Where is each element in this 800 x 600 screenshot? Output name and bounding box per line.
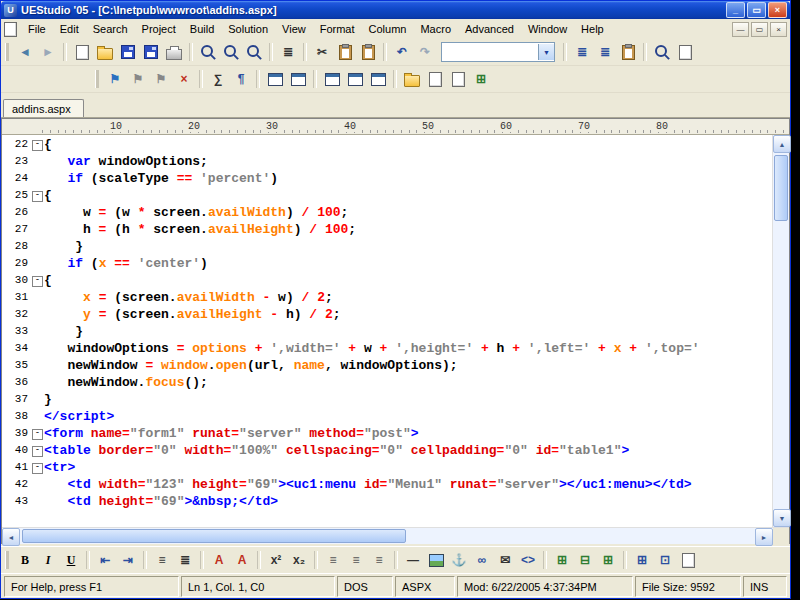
close-button[interactable]: × xyxy=(768,2,787,18)
hyperlink-icon[interactable]: ∞ xyxy=(471,550,493,570)
scroll-up-button[interactable]: ▲ xyxy=(773,135,791,153)
find-symbol-icon[interactable] xyxy=(651,42,673,62)
save-file-icon[interactable] xyxy=(117,42,139,62)
toolbar-grip[interactable] xyxy=(95,70,99,88)
image-icon[interactable] xyxy=(425,550,447,570)
new-file-icon[interactable] xyxy=(71,42,93,62)
fold-marker[interactable]: - xyxy=(30,187,44,204)
anchor-icon[interactable]: ⚓ xyxy=(448,550,470,570)
back-icon[interactable]: ◄ xyxy=(14,42,36,62)
fold-collapse-icon[interactable]: - xyxy=(32,276,43,287)
mdi-minimize-button[interactable]: — xyxy=(732,22,749,37)
code-line-40[interactable]: 40-<table border="0" width="100%" cellsp… xyxy=(2,442,772,459)
cut-icon[interactable]: ✂ xyxy=(311,42,333,62)
menu-item-window[interactable]: Window xyxy=(521,21,574,37)
duplicate-window-icon[interactable] xyxy=(287,69,309,89)
fold-collapse-icon[interactable]: - xyxy=(32,463,43,474)
bulleted-list-icon[interactable]: ≡ xyxy=(151,550,173,570)
fold-marker[interactable]: - xyxy=(30,136,44,153)
code-line-26[interactable]: 26 w = (w * screen.availWidth) / 100; xyxy=(2,204,772,221)
replace-icon[interactable] xyxy=(220,42,242,62)
code-line-35[interactable]: 35 newWindow = window.open(url, name, wi… xyxy=(2,357,772,374)
code-line-25[interactable]: 25-{ xyxy=(2,187,772,204)
code-line-32[interactable]: 32 y = (screen.availHeight - h) / 2; xyxy=(2,306,772,323)
menu-item-edit[interactable]: Edit xyxy=(53,21,86,37)
align-center-icon[interactable]: ≡ xyxy=(345,550,367,570)
show-table-borders-icon[interactable]: ⊞ xyxy=(631,550,653,570)
menu-item-column[interactable]: Column xyxy=(362,21,414,37)
email-link-icon[interactable]: ✉ xyxy=(494,550,516,570)
tile-vertical-icon[interactable] xyxy=(344,69,366,89)
code-line-43[interactable]: 43 <td height="69">&nbsp;</td> xyxy=(2,493,772,510)
tag-list-icon[interactable]: ≣ xyxy=(594,42,616,62)
function-list-combo[interactable]: ▼ xyxy=(441,42,555,62)
insert-table-icon[interactable]: ⊞ xyxy=(551,550,573,570)
menu-item-file[interactable]: File xyxy=(21,21,53,37)
fold-marker[interactable]: - xyxy=(30,425,44,442)
page-properties-icon[interactable] xyxy=(677,550,699,570)
code-line-24[interactable]: 24 if (scaleType == 'percent') xyxy=(2,170,772,187)
code-line-31[interactable]: 31 x = (screen.availWidth - w) / 2; xyxy=(2,289,772,306)
resource-editor-icon[interactable] xyxy=(447,69,469,89)
vertical-scroll-thumb[interactable] xyxy=(774,155,788,221)
toolbar-grip[interactable] xyxy=(5,551,9,569)
code-line-36[interactable]: 36 newWindow.focus(); xyxy=(2,374,772,391)
underline-icon[interactable]: U xyxy=(60,550,82,570)
tab-addins-aspx[interactable]: addins.aspx xyxy=(3,99,84,117)
code-line-41[interactable]: 41-<tr> xyxy=(2,459,772,476)
clipboard-history-icon[interactable] xyxy=(617,42,639,62)
numbered-list-icon[interactable]: ≣ xyxy=(174,550,196,570)
horizontal-scroll-track[interactable] xyxy=(20,528,755,544)
forward-icon[interactable]: ► xyxy=(37,42,59,62)
menu-item-view[interactable]: View xyxy=(275,21,313,37)
code-line-37[interactable]: 37} xyxy=(2,391,772,408)
sum-icon[interactable]: ∑ xyxy=(207,69,229,89)
tag-insert-icon[interactable]: ⊞ xyxy=(470,69,492,89)
menu-item-help[interactable]: Help xyxy=(574,21,611,37)
code-line-42[interactable]: 42 <td width="123" height="69"><uc1:menu… xyxy=(2,476,772,493)
combo-dropdown-icon[interactable]: ▼ xyxy=(538,44,554,60)
undo-icon[interactable]: ↶ xyxy=(391,42,413,62)
code-line-33[interactable]: 33 } xyxy=(2,323,772,340)
find-in-files-icon[interactable] xyxy=(243,42,265,62)
menu-item-advanced[interactable]: Advanced xyxy=(458,21,521,37)
menu-item-format[interactable]: Format xyxy=(313,21,362,37)
save-all-icon[interactable] xyxy=(140,42,162,62)
scroll-down-button[interactable]: ▼ xyxy=(773,509,791,527)
insert-row-icon[interactable]: ⊟ xyxy=(574,550,596,570)
italic-icon[interactable]: I xyxy=(37,550,59,570)
previous-bookmark-icon[interactable]: ⚑ xyxy=(150,69,172,89)
vertical-scrollbar[interactable]: ▲ ▼ xyxy=(772,135,789,527)
menu-item-search[interactable]: Search xyxy=(86,21,135,37)
code-line-23[interactable]: 23 var windowOptions; xyxy=(2,153,772,170)
redo-icon[interactable]: ↷ xyxy=(414,42,436,62)
fold-marker[interactable]: - xyxy=(30,442,44,459)
code-line-34[interactable]: 34 windowOptions = options + ',width=' +… xyxy=(2,340,772,357)
maximize-button[interactable]: ▭ xyxy=(747,2,766,18)
fold-marker[interactable]: - xyxy=(30,459,44,476)
split-window-icon[interactable] xyxy=(264,69,286,89)
code-line-39[interactable]: 39-<form name="form1" runat="server" met… xyxy=(2,425,772,442)
clear-bookmarks-icon[interactable]: × xyxy=(173,69,195,89)
fold-collapse-icon[interactable]: - xyxy=(32,446,43,457)
menu-item-macro[interactable]: Macro xyxy=(413,21,458,37)
align-right-icon[interactable]: ≡ xyxy=(368,550,390,570)
font-size-up-icon[interactable]: A xyxy=(208,550,230,570)
project-settings-icon[interactable] xyxy=(424,69,446,89)
bold-icon[interactable]: B xyxy=(14,550,36,570)
open-project-icon[interactable] xyxy=(401,69,423,89)
horizontal-rule-icon[interactable]: ― xyxy=(402,550,424,570)
horizontal-scrollbar[interactable]: ◄ ► xyxy=(2,528,773,544)
superscript-icon[interactable]: x² xyxy=(265,550,287,570)
cascade-windows-icon[interactable] xyxy=(367,69,389,89)
print-icon[interactable] xyxy=(163,42,185,62)
indent-icon[interactable]: ⇥ xyxy=(117,550,139,570)
scroll-left-button[interactable]: ◄ xyxy=(2,528,20,546)
toggle-bookmark-icon[interactable]: ⚑ xyxy=(104,69,126,89)
sort-icon[interactable]: ≣ xyxy=(277,42,299,62)
toolbar-grip[interactable] xyxy=(5,43,9,61)
menu-item-project[interactable]: Project xyxy=(135,21,183,37)
code-line-28[interactable]: 28 } xyxy=(2,238,772,255)
html-comment-icon[interactable]: <> xyxy=(517,550,539,570)
code-line-22[interactable]: 22-{ xyxy=(2,136,772,153)
